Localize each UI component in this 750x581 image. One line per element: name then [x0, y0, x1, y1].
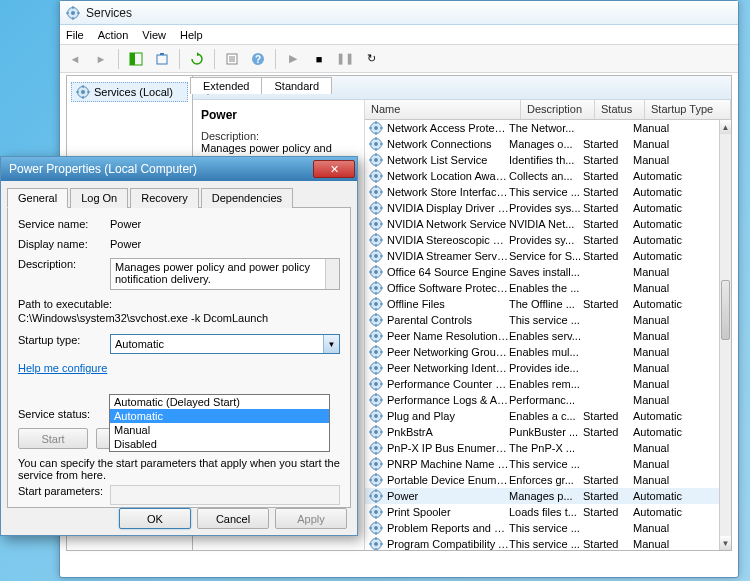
col-description[interactable]: Description — [521, 100, 595, 119]
service-desc: This service ... — [509, 314, 583, 326]
table-row[interactable]: Office 64 Source EngineSaves install...M… — [365, 264, 719, 280]
textarea-scrollbar[interactable] — [325, 259, 339, 289]
restart-service-button[interactable]: ↻ — [360, 48, 382, 70]
gear-icon — [369, 441, 383, 455]
gear-icon — [369, 121, 383, 135]
gear-icon — [369, 425, 383, 439]
cancel-button[interactable]: Cancel — [197, 508, 269, 529]
service-name: Problem Reports and Solutions Control... — [387, 522, 509, 534]
service-type: Automatic — [633, 490, 719, 502]
tab-extended[interactable]: Extended — [190, 77, 262, 94]
startup-type-label: Startup type: — [18, 334, 110, 346]
table-row[interactable]: Program Compatibility Assistant ServiceT… — [365, 536, 719, 550]
table-row[interactable]: Peer Name Resolution ProtocolEnables ser… — [365, 328, 719, 344]
table-row[interactable]: NVIDIA Display Driver ServiceProvides sy… — [365, 200, 719, 216]
gear-icon — [369, 265, 383, 279]
table-row[interactable]: Plug and PlayEnables a c...StartedAutoma… — [365, 408, 719, 424]
scroll-thumb[interactable] — [721, 280, 730, 340]
service-desc: Provides ide... — [509, 362, 583, 374]
service-status: Started — [583, 218, 633, 230]
properties-dialog: Power Properties (Local Computer) ✕ Gene… — [0, 156, 358, 536]
tab-logon[interactable]: Log On — [70, 188, 128, 208]
properties-button[interactable] — [221, 48, 243, 70]
titlebar[interactable]: Services — [60, 1, 738, 25]
menu-help[interactable]: Help — [180, 29, 203, 41]
service-type: Automatic — [633, 250, 719, 262]
col-startup-type[interactable]: Startup Type — [645, 100, 731, 119]
service-desc: Identifies th... — [509, 154, 583, 166]
service-type: Manual — [633, 378, 719, 390]
stop-service-button[interactable]: ■ — [308, 48, 330, 70]
service-desc: This service ... — [509, 522, 583, 534]
table-row[interactable]: Network Store Interface ServiceThis serv… — [365, 184, 719, 200]
service-name: Network List Service — [387, 154, 509, 166]
table-row[interactable]: Parental ControlsThis service ...Manual — [365, 312, 719, 328]
col-status[interactable]: Status — [595, 100, 645, 119]
table-row[interactable]: Performance Counter DLL HostEnables rem.… — [365, 376, 719, 392]
dropdown-option[interactable]: Disabled — [110, 437, 329, 451]
tab-dependencies[interactable]: Dependencies — [201, 188, 293, 208]
service-type: Manual — [633, 282, 719, 294]
tab-recovery[interactable]: Recovery — [130, 188, 198, 208]
table-row[interactable]: Portable Device Enumerator ServiceEnforc… — [365, 472, 719, 488]
service-desc: The Offline ... — [509, 298, 583, 310]
table-row[interactable]: PnP-X IP Bus EnumeratorThe PnP-X ...Manu… — [365, 440, 719, 456]
table-row[interactable]: Problem Reports and Solutions Control...… — [365, 520, 719, 536]
gear-icon — [369, 249, 383, 263]
table-row[interactable]: Peer Networking GroupingEnables mul...Ma… — [365, 344, 719, 360]
export-button[interactable] — [151, 48, 173, 70]
path-label: Path to executable: — [18, 298, 340, 310]
table-row[interactable]: Network Location AwarenessCollects an...… — [365, 168, 719, 184]
menu-action[interactable]: Action — [98, 29, 129, 41]
col-name[interactable]: Name — [365, 100, 521, 119]
table-row[interactable]: Print SpoolerLoads files t...StartedAuto… — [365, 504, 719, 520]
table-row[interactable]: PowerManages p...StartedAutomatic — [365, 488, 719, 504]
start-service-button: ▶ — [282, 48, 304, 70]
table-row[interactable]: Network ConnectionsManages o...StartedMa… — [365, 136, 719, 152]
table-row[interactable]: PnkBstrAPunkBuster ...StartedAutomatic — [365, 424, 719, 440]
service-status: Started — [583, 538, 633, 550]
service-name: Office 64 Source Engine — [387, 266, 509, 278]
dropdown-option[interactable]: Manual — [110, 423, 329, 437]
scroll-up-icon[interactable]: ▲ — [720, 120, 731, 134]
table-row[interactable]: Office Software Protection PlatformEnabl… — [365, 280, 719, 296]
tab-general[interactable]: General — [7, 188, 68, 208]
dropdown-option[interactable]: Automatic (Delayed Start) — [110, 395, 329, 409]
menu-view[interactable]: View — [142, 29, 166, 41]
service-desc: Enables mul... — [509, 346, 583, 358]
service-desc: Enables the ... — [509, 282, 583, 294]
table-row[interactable]: Peer Networking Identity ManagerProvides… — [365, 360, 719, 376]
help-button[interactable]: ? — [247, 48, 269, 70]
display-name-value: Power — [110, 238, 340, 250]
table-row[interactable]: Performance Logs & AlertsPerformanc...Ma… — [365, 392, 719, 408]
table-row[interactable]: Network Access Protection AgentThe Netwo… — [365, 120, 719, 136]
ok-button[interactable]: OK — [119, 508, 191, 529]
service-name: PnP-X IP Bus Enumerator — [387, 442, 509, 454]
show-hide-tree-button[interactable] — [125, 48, 147, 70]
tree-services-local[interactable]: Services (Local) — [71, 82, 188, 102]
description-textarea[interactable]: Manages power policy and power policy no… — [110, 258, 340, 290]
table-row[interactable]: Network List ServiceIdentifies th...Star… — [365, 152, 719, 168]
start-params-note: You can specify the start parameters tha… — [18, 457, 340, 481]
gear-icon — [369, 297, 383, 311]
dialog-titlebar[interactable]: Power Properties (Local Computer) ✕ — [1, 157, 357, 181]
gear-icon — [369, 329, 383, 343]
vertical-scrollbar[interactable]: ▲ ▼ — [719, 120, 731, 550]
close-button[interactable]: ✕ — [313, 160, 355, 178]
dropdown-option-selected[interactable]: Automatic — [110, 409, 329, 423]
table-row[interactable]: NVIDIA Stereoscopic 3D Driver ServicePro… — [365, 232, 719, 248]
selected-service-title: Power — [201, 108, 356, 122]
service-desc: This service ... — [509, 186, 583, 198]
help-link[interactable]: Help me configure — [18, 362, 107, 374]
table-row[interactable]: NVIDIA Streamer ServiceService for S...S… — [365, 248, 719, 264]
refresh-button[interactable] — [186, 48, 208, 70]
table-row[interactable]: Offline FilesThe Offline ...StartedAutom… — [365, 296, 719, 312]
service-name: Network Store Interface Service — [387, 186, 509, 198]
tab-standard[interactable]: Standard — [261, 77, 332, 94]
scroll-down-icon[interactable]: ▼ — [720, 536, 731, 550]
service-type: Manual — [633, 394, 719, 406]
menu-file[interactable]: File — [66, 29, 84, 41]
table-row[interactable]: PNRP Machine Name Publication Servi...Th… — [365, 456, 719, 472]
table-row[interactable]: NVIDIA Network ServiceNVIDIA Net...Start… — [365, 216, 719, 232]
startup-type-select[interactable]: Automatic ▼ — [110, 334, 340, 354]
